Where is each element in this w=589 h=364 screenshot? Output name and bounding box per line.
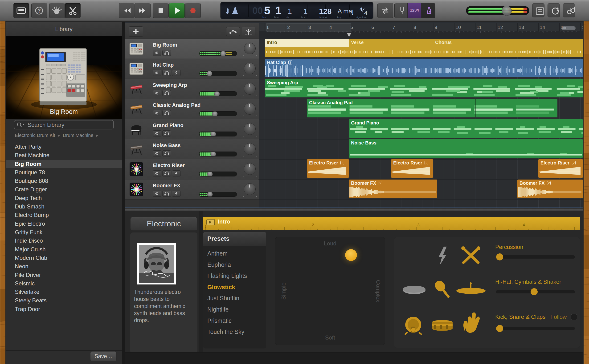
svg-text:128: 128	[319, 7, 331, 16]
svg-text:Big Room: Big Room	[50, 108, 78, 115]
svg-text:8: 8	[414, 25, 416, 30]
svg-text:Hi-Hat, Cymbals & Shaker: Hi-Hat, Cymbals & Shaker	[495, 279, 561, 285]
svg-text:beat: beat	[274, 16, 279, 19]
svg-text:Percussion: Percussion	[495, 244, 523, 250]
svg-text:13: 13	[519, 25, 524, 30]
svg-text:tick: tick	[301, 16, 305, 19]
svg-text:A maj: A maj	[338, 8, 354, 15]
svg-text:16: 16	[582, 25, 583, 30]
svg-text:1: 1	[288, 7, 292, 16]
svg-text:signature: signature	[356, 16, 367, 19]
svg-text:00: 00	[252, 5, 263, 16]
svg-text:11: 11	[477, 25, 482, 30]
svg-text:2: 2	[312, 223, 314, 227]
svg-text:3: 3	[417, 223, 419, 227]
svg-text:12: 12	[498, 25, 503, 30]
svg-text:14: 14	[540, 25, 545, 30]
svg-text:6: 6	[372, 25, 374, 30]
svg-text:1: 1	[275, 4, 281, 17]
svg-text:bar: bar	[262, 16, 266, 19]
svg-text:5: 5	[264, 4, 270, 17]
svg-text:tempo: tempo	[320, 16, 327, 19]
svg-text:key: key	[337, 16, 341, 19]
svg-text:1: 1	[303, 7, 308, 16]
svg-text:Follow: Follow	[550, 314, 567, 320]
svg-text:?: ?	[37, 8, 41, 14]
svg-text:9: 9	[435, 25, 437, 30]
svg-text:4: 4	[364, 10, 367, 16]
svg-text:Kick, Snare & Claps: Kick, Snare & Claps	[495, 314, 545, 320]
svg-text:4: 4	[523, 223, 525, 227]
svg-text:10: 10	[456, 25, 461, 30]
svg-text:div: div	[286, 16, 289, 19]
svg-text:7: 7	[393, 25, 395, 30]
